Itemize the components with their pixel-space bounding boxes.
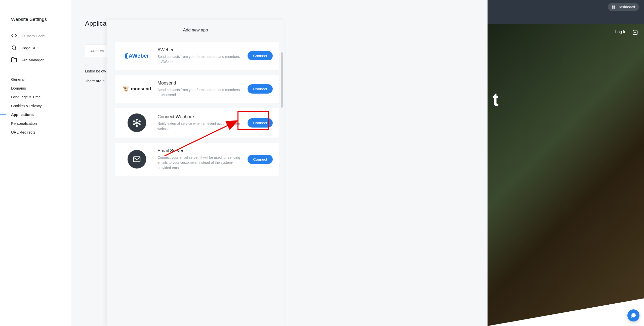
- sidebar-nav-label: Cookies & Privacy: [11, 104, 42, 108]
- app-name: AWeber: [157, 47, 243, 53]
- sidebar-item-label: File Manager: [22, 58, 44, 62]
- webhook-icon: [128, 113, 146, 132]
- connect-button-webhook[interactable]: Connect: [248, 118, 273, 128]
- sidebar-item-label: Custom Code: [22, 34, 45, 38]
- login-link[interactable]: Log In: [615, 30, 626, 34]
- sidebar-nav-label: Language & Time: [11, 95, 41, 99]
- dashboard-label: Dashboard: [618, 5, 635, 9]
- sidebar-nav-language-time[interactable]: Language & Time: [11, 93, 60, 101]
- sidebar-nav-url-redirects[interactable]: URL Redirects: [11, 128, 60, 137]
- app-name: Moosend: [157, 80, 243, 86]
- moosend-logo: 🐮moosend: [121, 86, 152, 92]
- svg-line-5: [15, 49, 16, 50]
- sidebar-nav-domains[interactable]: Domains: [11, 84, 60, 93]
- sidebar-nav-personalization[interactable]: Personalization: [11, 119, 60, 128]
- folder-icon: [11, 57, 17, 63]
- sidebar-nav-cookies-privacy[interactable]: Cookies & Privacy: [11, 101, 60, 110]
- connect-button-aweber[interactable]: Connect: [248, 51, 273, 60]
- svg-rect-1: [614, 6, 615, 7]
- app-card-webhook: Connect Webhook Notify external service …: [115, 108, 279, 138]
- sidebar-nav-label: General: [11, 77, 24, 82]
- svg-point-4: [12, 46, 16, 49]
- dashboard-button[interactable]: Dashboard: [608, 3, 639, 11]
- sidebar-nav-label: Domains: [11, 86, 26, 90]
- sidebar-nav-applications[interactable]: Applications: [11, 110, 60, 119]
- app-description: Send contacts from your forms, orders an…: [157, 54, 243, 64]
- app-name: Connect Webhook: [157, 114, 243, 119]
- sidebar-nav-label: URL Redirects: [11, 130, 35, 134]
- code-icon: [11, 33, 17, 39]
- aweber-logo: ((AWeber: [121, 52, 152, 60]
- modal-scrollbar[interactable]: [281, 52, 283, 108]
- shopping-bag-icon[interactable]: [632, 29, 638, 35]
- modal-app-list: ((AWeber AWeber Send contacts from your …: [115, 42, 279, 326]
- chat-launcher[interactable]: [627, 309, 639, 321]
- sidebar-item-custom-code[interactable]: Custom Code: [11, 30, 66, 42]
- app-description: Connect your email server. It will be us…: [157, 155, 243, 170]
- dashboard-icon: [612, 5, 616, 9]
- modal-title: Add new app: [115, 28, 276, 33]
- search-icon: [11, 45, 17, 51]
- email-icon: [128, 150, 146, 169]
- preview-panel: Dashboard Log In t: [488, 0, 644, 326]
- svg-rect-2: [612, 7, 614, 9]
- sidebar-item-page-seo[interactable]: Page SEO: [11, 42, 66, 54]
- sidebar-title: Website Settings: [0, 0, 71, 28]
- app-description: Notify external service when an event oc…: [157, 121, 243, 131]
- app-name: Email Server: [157, 148, 243, 153]
- connect-button-email-server[interactable]: Connect: [248, 155, 273, 164]
- hero-heading-fragment: t: [493, 89, 499, 110]
- svg-rect-3: [614, 7, 615, 9]
- api-key-field-label: API Key: [85, 45, 108, 57]
- app-card-aweber: ((AWeber AWeber Send contacts from your …: [115, 42, 279, 70]
- connect-button-moosend[interactable]: Connect: [248, 84, 273, 94]
- sidebar-nav-general[interactable]: General: [11, 75, 60, 84]
- sidebar-nav-label: Applications: [11, 112, 34, 117]
- chat-icon: [630, 312, 636, 318]
- app-card-email-server: Email Server Connect your email server. …: [115, 143, 279, 176]
- sidebar-item-label: Page SEO: [22, 46, 39, 50]
- sidebar-nav-label: Personalization: [11, 121, 37, 126]
- sidebar-item-file-manager[interactable]: File Manager: [11, 54, 66, 66]
- app-description: Send contacts from your forms, orders an…: [157, 87, 243, 98]
- sidebar: Website Settings Custom Code Page SEO Fi…: [0, 0, 71, 326]
- add-app-modal: Add new app ((AWeber AWeber Send contact…: [107, 20, 284, 326]
- preview-hero-image: Log In t: [488, 24, 644, 326]
- svg-rect-0: [612, 6, 614, 7]
- app-card-moosend: 🐮moosend Moosend Send contacts from your…: [115, 75, 279, 103]
